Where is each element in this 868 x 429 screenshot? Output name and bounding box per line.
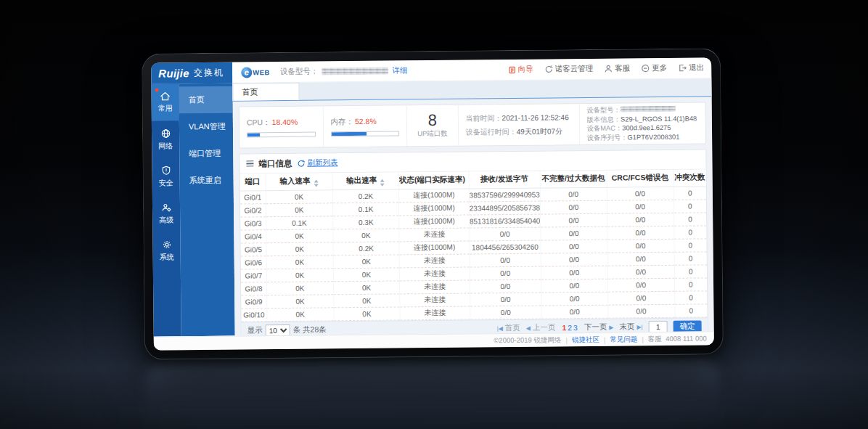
column-header: 接收/发送字节	[469, 171, 540, 189]
tab-homepage[interactable]: 首页	[232, 83, 299, 101]
table-cell: 0/0	[541, 226, 607, 240]
home-icon	[159, 91, 171, 101]
table-cell: 0/0	[470, 253, 541, 267]
table-cell: 1804456/265304260	[470, 240, 541, 254]
total-count: 共28条	[303, 324, 327, 333]
table-cell: 0/0	[541, 240, 607, 253]
table-cell: 0/0	[607, 278, 674, 292]
device-model-redacted	[621, 106, 676, 113]
page-number[interactable]: 2	[568, 323, 572, 332]
faq-link[interactable]: 常见问题	[610, 335, 637, 344]
community-link[interactable]: 锐捷社区	[572, 335, 599, 344]
sort-icon[interactable]	[314, 179, 318, 187]
table-cell: Gi0/4	[240, 229, 266, 242]
nav-group-network[interactable]: 网络	[152, 120, 179, 158]
support-icon	[604, 65, 613, 73]
table-cell: 连接(1000M)	[399, 202, 469, 216]
nav-group-system[interactable]: 系统	[152, 232, 180, 269]
cpu-value: 18.40%	[272, 117, 298, 126]
next-page-button[interactable]: 下一页 ▶	[584, 322, 614, 332]
table-cell: 0K	[266, 255, 333, 269]
page-number[interactable]: 1	[562, 323, 566, 332]
column-header[interactable]: 状态(端口实际速率)	[398, 172, 469, 189]
port-table: 端口输入速率输出速率状态(端口实际速率)接收/发送字节不完整/过大数据包CRC/…	[240, 169, 708, 322]
first-page-button[interactable]: |◀ 首页	[497, 323, 520, 333]
up-ports-label: UP端口数	[417, 129, 448, 139]
table-cell: 0	[674, 290, 707, 303]
table-cell: 0/0	[470, 293, 541, 306]
eweb-logo: e WEB	[241, 67, 270, 78]
device-model-label: 设备型号：	[280, 67, 319, 78]
support-button[interactable]: 更多 客服	[604, 63, 630, 73]
table-cell: 0K	[266, 203, 332, 216]
sort-icon[interactable]	[380, 179, 385, 186]
nav-group-advanced[interactable]: 高级	[152, 195, 180, 232]
sidebar-item-port[interactable]: 端口管理	[179, 140, 233, 168]
table-cell: 0/0	[607, 200, 673, 213]
page-numbers: 123	[561, 323, 578, 332]
list-icon	[246, 160, 253, 167]
nav-group-security[interactable]: 安全	[152, 158, 179, 195]
uptime: 49天01时07分	[517, 127, 562, 136]
table-cell: 0	[673, 186, 706, 199]
refresh-icon	[297, 159, 305, 167]
detail-link[interactable]: 详细	[392, 65, 407, 75]
column-header[interactable]: 输出速率	[332, 172, 399, 189]
sidebar-item-homepage[interactable]: 首页	[179, 86, 232, 114]
column-header: CRC/FCS错误包	[607, 170, 673, 187]
table-cell: 0	[673, 225, 706, 238]
wizard-button[interactable]: 向导	[508, 65, 533, 75]
cpu-progress-bar	[247, 131, 316, 137]
table-cell: 0K	[333, 267, 400, 281]
page-size-select[interactable]: 10	[266, 324, 290, 336]
table-cell: 0/0	[608, 304, 675, 318]
table-cell: 未连接	[399, 228, 469, 242]
table-cell: 0K	[266, 281, 333, 295]
sidebar-item-restart[interactable]: 系统重启	[179, 167, 233, 195]
user-gear-icon	[160, 202, 171, 213]
table-cell: 0/0	[541, 253, 607, 266]
cpu-gauge: CPU：18.40%	[239, 106, 324, 147]
device-mac: 300d.9ee1.6275	[622, 124, 671, 132]
ruijie-logo: Ruijie	[158, 67, 189, 79]
refresh-list-button[interactable]: 刷新列表	[297, 158, 337, 168]
table-cell: 0/0	[541, 266, 607, 279]
table-cell: 0/0	[541, 292, 608, 306]
up-ports-counter: 8 UP端口数	[407, 105, 459, 147]
table-cell: 0/0	[607, 291, 674, 305]
table-cell: 85131816/334854040	[469, 214, 540, 228]
more-button[interactable]: 更多	[641, 63, 667, 73]
table-cell: 连接(1000M)	[399, 189, 469, 203]
table-cell: 23344895/20585673842	[469, 201, 540, 215]
table-cell: 0K	[266, 268, 333, 282]
goto-page-input[interactable]	[649, 321, 668, 332]
last-page-button[interactable]: 末页 ▶|	[619, 322, 642, 332]
device-reflection	[144, 358, 720, 429]
up-ports-count: 8	[428, 113, 437, 128]
table-cell: 0/0	[607, 239, 674, 253]
table-cell: 0	[674, 303, 707, 316]
table-cell: 0K	[267, 307, 334, 321]
table-cell: 未连接	[400, 306, 470, 320]
logout-button[interactable]: 退出	[678, 62, 704, 73]
table-cell: 未连接	[400, 267, 470, 281]
device-model-redacted-value	[322, 68, 388, 75]
table-cell: Gi0/8	[241, 282, 266, 295]
wizard-icon	[508, 65, 516, 73]
table-cell: 0/0	[470, 279, 541, 293]
nav-group-common[interactable]: 常用	[151, 83, 179, 120]
column-header[interactable]: 输入速率	[266, 173, 332, 190]
memory-progress-bar	[331, 131, 400, 136]
device-model-bar: 设备型号： 详细	[280, 65, 408, 77]
device-serial: G1PT6V2008301	[627, 133, 679, 141]
cloud-manage-button[interactable]: 诺客云管理	[544, 64, 594, 75]
page-number[interactable]: 3	[573, 323, 578, 332]
prev-page-button[interactable]: ◀ 上一页	[526, 322, 556, 332]
sidebar-item-vlan[interactable]: VLAN管理	[179, 113, 233, 141]
table-cell: 0	[673, 238, 706, 251]
table-cell: Gi0/6	[241, 256, 266, 269]
table-cell: Gi0/1	[240, 190, 266, 203]
overview-card: CPU：18.40% 内存：52.8% 8 UP端口数 当前时间：202	[239, 102, 707, 148]
cloud-manage-icon	[544, 65, 553, 73]
table-cell: 未连接	[400, 254, 470, 268]
